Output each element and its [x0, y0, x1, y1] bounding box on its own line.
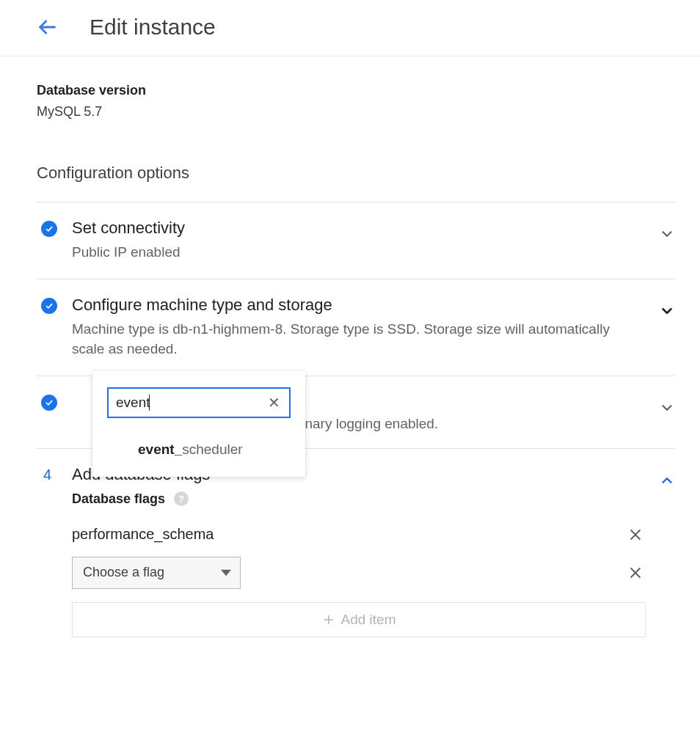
expand-icon[interactable]: [646, 296, 675, 319]
text-caret: [149, 395, 150, 411]
content-area: Database version MySQL 5.7 Configuration…: [0, 56, 700, 654]
flag-select-row: Choose a flag: [72, 557, 646, 589]
back-arrow-icon[interactable]: [37, 17, 57, 37]
panel-machine[interactable]: Configure machine type and storage Machi…: [37, 279, 675, 376]
add-item-button[interactable]: Add item: [72, 602, 646, 637]
autocomplete-item-event-scheduler[interactable]: event_scheduler: [92, 428, 305, 471]
flag-row-performance-schema: performance_schema: [72, 519, 646, 551]
database-flags-label: Database flags: [72, 491, 165, 507]
panel-connectivity-sub: Public IP enabled: [72, 242, 646, 263]
panel-flags: 4 Add database flags Database flags ? pe…: [37, 448, 675, 654]
db-version-label: Database version: [37, 83, 675, 98]
remove-flag-button[interactable]: [625, 524, 646, 545]
step-number: 4: [41, 466, 51, 483]
panel-machine-indicator: [37, 296, 72, 314]
expand-icon[interactable]: [646, 392, 675, 416]
flag-autocomplete-popup: event ✕ event_scheduler: [92, 371, 305, 477]
collapse-icon[interactable]: [646, 465, 675, 488]
flag-search-input-value: event: [116, 395, 150, 411]
check-icon: [41, 221, 57, 237]
expand-icon[interactable]: [646, 219, 675, 242]
check-icon: [41, 298, 57, 314]
autocomplete-rest: scheduler: [182, 442, 242, 457]
panel-machine-sub: Machine type is db-n1-highmem-8. Storage…: [72, 319, 646, 359]
check-icon: [41, 395, 57, 411]
choose-flag-select[interactable]: Choose a flag: [72, 557, 241, 589]
svg-marker-3: [221, 569, 231, 575]
panel-connectivity-title: Set connectivity: [72, 219, 646, 238]
db-version-value: MySQL 5.7: [37, 104, 675, 120]
remove-flag-button[interactable]: [625, 563, 646, 583]
add-item-label: Add item: [341, 612, 396, 628]
panel-machine-title: Configure machine type and storage: [72, 296, 646, 315]
help-icon[interactable]: ?: [174, 491, 189, 506]
flag-search-input-wrap[interactable]: event ✕: [107, 387, 291, 418]
panel-flags-indicator: 4: [37, 465, 72, 483]
flag-name: performance_schema: [72, 526, 214, 543]
autocomplete-match: event_: [138, 442, 182, 457]
panel-backup-indicator: [37, 392, 72, 411]
config-options-heading: Configuration options: [37, 164, 675, 183]
choose-flag-placeholder: Choose a flag: [83, 565, 164, 580]
page-header: Edit instance: [0, 0, 700, 56]
page-title: Edit instance: [90, 15, 216, 40]
clear-input-icon[interactable]: ✕: [265, 394, 283, 411]
panel-connectivity-indicator: [37, 219, 72, 237]
panel-connectivity[interactable]: Set connectivity Public IP enabled: [37, 202, 675, 279]
